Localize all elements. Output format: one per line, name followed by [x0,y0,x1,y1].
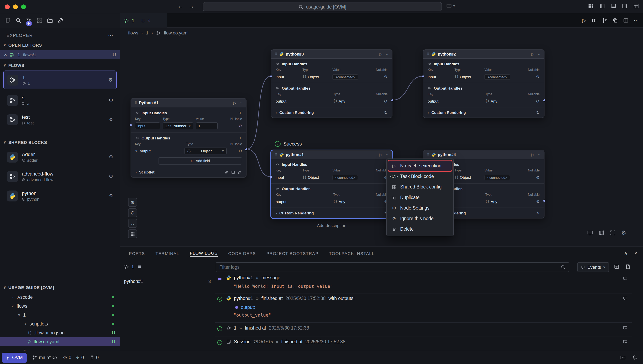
tab-terminal[interactable]: TERMINAL [156,251,179,256]
node-more-icon[interactable]: ⋯ [238,100,242,105]
gear-icon[interactable]: ⚙ [109,97,113,103]
blocks-icon[interactable] [36,18,42,24]
tab-code-deps[interactable]: CODE DEPS [228,251,256,256]
tab-close-icon[interactable]: × [147,18,150,24]
output-handles-section[interactable]: Output Handles [271,184,392,192]
expand-field-icon[interactable]: ∨ [135,149,138,153]
gear-icon[interactable]: ⚙ [528,99,540,103]
gear-icon[interactable]: ⚙ [528,74,540,79]
input-handles-section[interactable]: Input Handles [271,59,392,67]
export-log-icon[interactable] [625,264,631,270]
workspace-header[interactable]: ∨ USAGE-GUIDE [OVM] [0,283,120,292]
tab-flow-logs[interactable]: FLOW LOGS [190,250,218,256]
run-flow-icon[interactable]: ▷ [582,18,586,24]
flow-item-1[interactable]: 1 1 ⚙ [3,70,117,89]
flow-item-s[interactable]: s a ⚙ [3,91,117,110]
input-connection-dot[interactable] [422,75,424,78]
comment-icon[interactable] [623,339,628,344]
log-row-node-finished[interactable]: python#1 » finished at 2025/5/30 17:52:3… [226,296,355,301]
output-handles-section[interactable]: Output Handles [423,83,544,92]
minimap-button[interactable] [128,230,137,238]
map-icon[interactable] [598,230,604,236]
drag-handle-icon[interactable]: ⠿ [134,101,137,104]
gear-icon[interactable]: ⚙ [109,117,113,122]
output-connection-dot[interactable] [543,99,546,102]
input-connection-dot[interactable] [129,124,132,126]
type-select[interactable]: {} Object ∨ [184,148,227,154]
handle-row-input[interactable]: input 123 Number ∨ 1 ⚙ [131,122,246,130]
drag-handle-icon[interactable]: ⠿ [427,153,429,156]
toggle-sidebar-left-icon[interactable] [599,3,605,9]
tree-item-flow-ui-json[interactable]: {} .flow.ui.oo.json U [0,328,120,337]
output-handles-section[interactable]: Output Handles + [131,132,246,142]
add-field-button[interactable]: ⊕ Add field [158,157,242,164]
filter-logs-input[interactable] [216,265,561,270]
flow-item-test[interactable]: test test ⚙ [3,110,117,129]
apps-grid-icon[interactable] [588,3,594,9]
log-row-flow-finished[interactable]: 1 » finished at 2025/5/30 17:52:38 [226,326,309,330]
files-icon[interactable] [5,18,11,24]
breadcrumb-1[interactable]: 1 [146,30,148,35]
sidebar-more-icon[interactable]: ⋯ [108,32,114,38]
gear-icon[interactable]: ⚙ [376,99,388,103]
traffic-light-minimize[interactable] [13,4,18,9]
shared-block-python[interactable]: python python ⚙ [3,186,117,205]
notifications-bell-icon[interactable] [632,355,637,360]
screen-cast-icon[interactable] [620,355,626,360]
run-node-icon[interactable]: ▷ [379,152,382,157]
handle-row-input[interactable]: input {}Object <connected> ⚙ [423,72,544,81]
menu-item-no-cache-execution[interactable]: ▷ No-cache execution [388,160,452,171]
handle-row-input[interactable]: input {}Object <connected> ⚙ [271,72,392,81]
node-more-icon[interactable]: ⋯ [536,152,540,157]
menu-item-task-block-code[interactable]: </> Task Block code [388,171,452,182]
tab-toolpack-install[interactable]: TOOLPACK INSTALL [329,251,374,256]
refresh-icon[interactable]: ↻ [536,110,540,115]
custom-rendering-row[interactable]: › Custom Rendering ↻ [271,208,392,218]
menu-item-ignore-node[interactable]: ⊘ Ignore this node [388,213,452,224]
gear-icon[interactable]: ⚙ [109,174,113,179]
input-handles-section[interactable]: Input Handles [423,59,544,67]
git-branch-status[interactable]: main* [32,355,57,360]
events-dropdown[interactable]: Events ∨ [577,262,609,272]
close-panel-icon[interactable]: × [634,250,637,256]
gear-icon[interactable]: ⚙ [528,199,540,204]
output-handles-section[interactable]: Output Handles [271,83,392,92]
tree-item-1[interactable]: ∨ 1 [0,310,120,320]
command-center-search[interactable]: usage-guide [OVM] [203,2,442,11]
gear-icon[interactable]: ⚙ [238,124,242,128]
node-header[interactable]: ⠿ Python #1 ▷ ⋯ [131,98,246,108]
node-header[interactable]: ⠿ python#3 ▷ ⋯ [271,50,392,59]
run-node-icon[interactable]: ▷ [379,52,382,56]
scriptlet-row[interactable]: › Scriptlet [131,167,246,177]
input-connection-dot[interactable] [270,75,272,78]
open-editor-item[interactable]: × 1 flows/1 U [0,50,120,59]
gear-icon[interactable]: ⚙ [238,149,242,153]
screen-share-control[interactable]: ∨ [446,3,455,8]
custom-rendering-row[interactable]: › Custom Rendering ↻ [271,108,392,118]
search-view-icon[interactable] [16,18,22,24]
output-connection-dot[interactable] [245,148,248,151]
log-row-output-value[interactable]: "output_value" [234,312,271,318]
menu-item-shared-block-config[interactable]: Shared Block config [388,182,452,192]
breadcrumb[interactable]: flows › 1 › flow.oo.yaml [120,28,643,38]
flow-node-python1-editor[interactable]: ⠿ Python #1 ▷ ⋯ Input Handles + Key Type… [130,98,246,178]
tree-item-flows[interactable]: ∨ flows [0,302,120,310]
tab-ports[interactable]: PORTS [129,251,145,256]
key-input[interactable]: input [135,122,160,129]
more-actions-icon[interactable]: ⋯ [634,18,639,24]
forward-icon[interactable]: → [188,3,194,9]
value-input[interactable]: 1 [196,122,218,129]
log-row-message[interactable]: python#1 » message [226,275,280,280]
traffic-light-close[interactable] [5,4,10,9]
handle-row-output[interactable]: ∨ output {} Object ∨ ⚙ [131,147,246,155]
tree-item-scriptlets[interactable]: › scriptlets [0,320,120,328]
refresh-icon[interactable]: ↻ [536,211,540,215]
comment-icon[interactable] [623,276,628,281]
customize-layout-icon[interactable] [633,3,639,9]
add-description-button[interactable]: Add description [303,223,360,228]
maximize-panel-icon[interactable]: ∧ [624,250,628,256]
tools-icon[interactable] [58,18,64,24]
shared-blocks-header[interactable]: ∨ SHARED BLOCKS [0,138,120,147]
zoom-in-button[interactable]: ⊕ [128,198,137,207]
folder-icon[interactable] [47,18,53,24]
